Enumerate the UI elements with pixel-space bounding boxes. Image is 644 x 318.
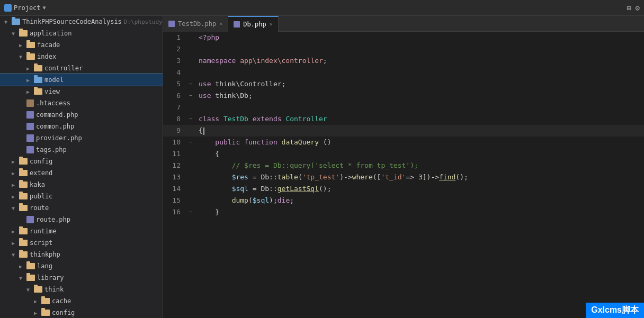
line-num-9: 9 — [163, 125, 187, 137]
arrow-cache — [34, 298, 41, 304]
table-row: 1 <?php — [163, 32, 644, 43]
arrow-controller — [26, 66, 34, 71]
line-content-16: } — [194, 206, 644, 218]
root-path: D:\phpstudy... — [124, 19, 163, 25]
table-row: 16 − } — [163, 206, 644, 218]
line-content-11: { — [194, 148, 644, 160]
sidebar-item-lang[interactable]: lang — [0, 260, 163, 272]
line-content-12: // $res = Db::query('select * from tp_te… — [194, 160, 644, 171]
project-label[interactable]: Project ▼ — [4, 4, 46, 12]
top-bar-icons: ⊞ ⚙ — [627, 4, 640, 12]
sidebar-item-application[interactable]: application — [0, 28, 163, 39]
table-row: 14 $sql = Db::getLastSql(); — [163, 183, 644, 195]
arrow-thinkphp — [12, 252, 19, 258]
tab-db[interactable]: Db.php ✕ — [228, 16, 278, 32]
sidebar-item-index[interactable]: index — [0, 51, 163, 62]
tab-testdb[interactable]: TestDb.php ✕ — [163, 16, 228, 32]
sidebar-item-extend[interactable]: extend — [0, 167, 163, 179]
main-layout: ThinkPHPSourceCodeAnalysis D:\phpstudy..… — [0, 16, 644, 318]
sidebar-item-route-php[interactable]: route.php — [0, 214, 163, 225]
tab-db-close[interactable]: ✕ — [270, 21, 273, 27]
table-row: 11 { — [163, 148, 644, 160]
tab-testdb-icon — [168, 21, 175, 27]
folder-index-icon — [26, 53, 35, 60]
line-num-12: 12 — [163, 160, 187, 171]
line-content-4 — [194, 67, 644, 78]
tab-db-icon — [234, 21, 240, 28]
sidebar-item-script[interactable]: script — [0, 237, 163, 249]
arrow-runtime — [12, 229, 19, 234]
line-fold-2 — [187, 43, 194, 55]
line-num-2: 2 — [163, 43, 187, 55]
label-kaka: kaka — [30, 181, 45, 188]
arrow-lang — [19, 264, 26, 269]
sidebar-item-provider[interactable]: provider.php — [0, 132, 163, 144]
label-script: script — [30, 239, 52, 247]
tab-testdb-close[interactable]: ✕ — [219, 21, 222, 26]
tab-testdb-label: TestDb.php — [178, 20, 216, 28]
sidebar-item-command[interactable]: command.php — [0, 109, 163, 121]
folder-route-icon — [19, 205, 28, 211]
line-content-2 — [194, 43, 644, 55]
sidebar-item-route[interactable]: route — [0, 202, 163, 214]
folder-application-icon — [19, 30, 28, 37]
line-content-7 — [194, 102, 644, 113]
arrow-script — [12, 240, 19, 246]
sidebar-item-view[interactable]: view — [0, 86, 163, 97]
folder-library-icon — [26, 275, 35, 281]
sidebar-item-kaka[interactable]: kaka — [0, 179, 163, 190]
settings-icon[interactable]: ⚙ — [636, 4, 640, 12]
table-row: 2 — [163, 43, 644, 55]
line-num-16: 16 — [163, 206, 187, 218]
project-text: Project — [14, 4, 41, 12]
arrow-public — [12, 194, 19, 199]
label-model: model — [44, 76, 64, 84]
line-num-14: 14 — [163, 183, 187, 195]
tab-bar: TestDb.php ✕ Db.php ✕ — [163, 16, 644, 32]
folder-script-icon — [19, 240, 28, 246]
label-config: config — [30, 158, 52, 165]
label-lang: lang — [37, 262, 52, 270]
line-num-8: 8 — [163, 113, 187, 125]
arrow-root — [4, 19, 12, 25]
sidebar-item-runtime[interactable]: runtime — [0, 225, 163, 237]
layout-icon[interactable]: ⊞ — [627, 4, 631, 12]
line-fold-5: − — [187, 78, 194, 90]
line-fold-3 — [187, 55, 194, 67]
table-row: 12 // $res = Db::query('select * from tp… — [163, 160, 644, 171]
label-cache: cache — [52, 297, 71, 305]
sidebar-item-think-config[interactable]: config — [0, 307, 163, 318]
table-row: 5 − use think\Controller; — [163, 78, 644, 90]
sidebar-item-think[interactable]: think — [0, 284, 163, 295]
code-editor[interactable]: 1 <?php 2 3 namespace app\index\c — [163, 32, 644, 318]
tab-db-label: Db.php — [243, 21, 266, 28]
sidebar-root[interactable]: ThinkPHPSourceCodeAnalysis D:\phpstudy..… — [0, 16, 163, 28]
folder-model-icon — [34, 77, 42, 83]
project-dropdown-icon[interactable]: ▼ — [43, 5, 46, 11]
sidebar-item-cache[interactable]: cache — [0, 295, 163, 307]
label-tags: tags.php — [36, 146, 67, 153]
root-folder-icon — [12, 19, 20, 25]
sidebar[interactable]: ThinkPHPSourceCodeAnalysis D:\phpstudy..… — [0, 16, 163, 318]
arrow-route — [12, 205, 19, 211]
sidebar-item-controller[interactable]: controller — [0, 62, 163, 74]
sidebar-item-config[interactable]: config — [0, 156, 163, 167]
code-table: 1 <?php 2 3 namespace app\index\c — [163, 32, 644, 218]
line-fold-8: − — [187, 113, 194, 125]
line-content-15: dump($sql);die; — [194, 195, 644, 206]
file-command-icon — [26, 111, 34, 119]
sidebar-item-htaccess[interactable]: .htaccess — [0, 97, 163, 109]
sidebar-item-library[interactable]: library — [0, 272, 163, 284]
label-htaccess: .htaccess — [36, 99, 70, 107]
sidebar-item-thinkphp[interactable]: thinkphp — [0, 249, 163, 260]
sidebar-item-model[interactable]: model — [0, 74, 163, 86]
sidebar-item-facade[interactable]: facade — [0, 39, 163, 51]
sidebar-item-public[interactable]: public — [0, 190, 163, 202]
line-content-1: <?php — [194, 32, 644, 43]
sidebar-item-tags[interactable]: tags.php — [0, 144, 163, 156]
line-fold-9 — [187, 125, 194, 137]
arrow-config — [12, 159, 19, 165]
sidebar-item-common[interactable]: common.php — [0, 121, 163, 132]
arrow-kaka — [12, 182, 19, 188]
line-fold-4 — [187, 67, 194, 78]
